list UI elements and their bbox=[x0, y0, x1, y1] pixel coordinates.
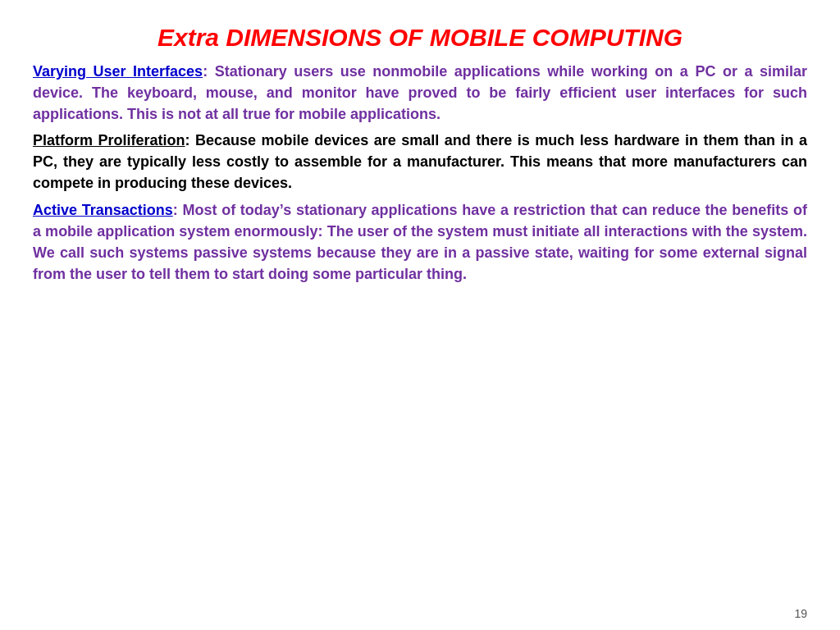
page-number: 19 bbox=[794, 607, 807, 620]
section-active-transactions: Active Transactions: Most of today’s sta… bbox=[33, 199, 807, 285]
slide-content: Varying User Interfaces: Stationary user… bbox=[33, 61, 807, 285]
active-transactions-link[interactable]: Active Transactions bbox=[33, 202, 173, 218]
slide-title: Extra DIMENSIONS OF MOBILE COMPUTING bbox=[33, 23, 807, 52]
section-platform-proliferation: Platform Proliferation: Because mobile d… bbox=[33, 130, 807, 194]
platform-proliferation-link[interactable]: Platform Proliferation bbox=[33, 132, 185, 148]
slide: Extra DIMENSIONS OF MOBILE COMPUTING Var… bbox=[0, 0, 840, 630]
varying-user-interfaces-link[interactable]: Varying User Interfaces bbox=[33, 63, 203, 80]
section-varying-user-interfaces: Varying User Interfaces: Stationary user… bbox=[33, 61, 807, 125]
